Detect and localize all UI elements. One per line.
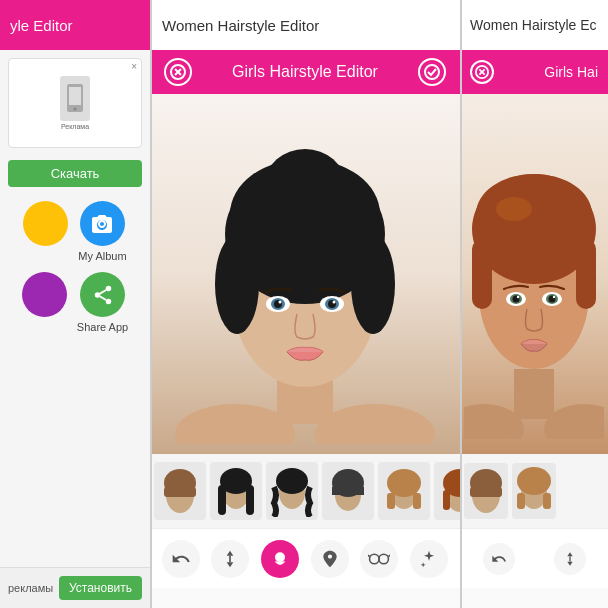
svg-rect-86 bbox=[543, 493, 551, 509]
center-face-svg bbox=[175, 104, 435, 444]
left-panel: yle Editor × Реклама Скачать bbox=[0, 0, 150, 608]
tool-hair-color[interactable] bbox=[261, 540, 299, 578]
svg-point-2 bbox=[74, 107, 77, 110]
tool-symbol1[interactable] bbox=[311, 540, 349, 578]
hair-thumb-1[interactable] bbox=[154, 462, 206, 520]
install-bar: рекламы Установить bbox=[0, 567, 150, 608]
svg-point-7 bbox=[105, 298, 111, 304]
ad-close-icon[interactable]: × bbox=[131, 61, 137, 72]
icon-item-share[interactable]: Share App bbox=[77, 272, 128, 333]
icon-item-purple bbox=[22, 272, 67, 333]
svg-point-78 bbox=[517, 296, 519, 298]
center-panel: Women Hairstyle Editor Girls Hairstyle E… bbox=[150, 0, 460, 608]
svg-point-56 bbox=[379, 554, 388, 563]
svg-point-71 bbox=[496, 197, 532, 221]
svg-rect-82 bbox=[470, 487, 502, 497]
hair-thumb-2[interactable] bbox=[210, 462, 262, 520]
svg-rect-1 bbox=[69, 87, 81, 105]
svg-point-6 bbox=[94, 292, 100, 298]
svg-line-58 bbox=[368, 555, 370, 557]
svg-point-79 bbox=[553, 296, 555, 298]
svg-line-9 bbox=[99, 289, 105, 293]
svg-point-5 bbox=[105, 285, 111, 291]
svg-point-31 bbox=[279, 301, 282, 304]
svg-rect-48 bbox=[413, 493, 421, 509]
right-subheader-title: Girls Hai bbox=[544, 64, 598, 80]
svg-point-55 bbox=[370, 554, 379, 563]
svg-point-13 bbox=[425, 65, 439, 79]
divider-left bbox=[150, 0, 152, 608]
center-subheader: Girls Hairstyle Editor bbox=[150, 50, 460, 94]
svg-rect-63 bbox=[514, 369, 554, 419]
ad-box: × Реклама bbox=[8, 58, 142, 148]
svg-point-84 bbox=[517, 467, 551, 495]
share-label: Share App bbox=[77, 321, 128, 333]
right-face-svg bbox=[464, 109, 604, 439]
icon-item-myalbum[interactable]: My Album bbox=[78, 201, 126, 262]
right-header: Women Hairstyle Ec bbox=[460, 0, 608, 50]
hair-thumb-3[interactable] bbox=[266, 462, 318, 520]
right-tool-undo[interactable] bbox=[483, 543, 515, 575]
svg-rect-53 bbox=[230, 555, 232, 562]
ad-phone-image bbox=[60, 76, 90, 121]
tool-glasses[interactable] bbox=[360, 540, 398, 578]
svg-point-32 bbox=[333, 301, 336, 304]
center-face-area bbox=[150, 94, 460, 454]
divider-right bbox=[460, 0, 462, 608]
svg-rect-39 bbox=[246, 485, 254, 515]
tool-undo[interactable] bbox=[162, 540, 200, 578]
svg-line-8 bbox=[99, 296, 105, 300]
tool-sparkle[interactable] bbox=[410, 540, 448, 578]
svg-point-4 bbox=[34, 285, 54, 305]
left-header-title: yle Editor bbox=[10, 17, 73, 34]
tool-adjust[interactable] bbox=[211, 540, 249, 578]
right-tool-row bbox=[460, 528, 608, 588]
center-close-button[interactable] bbox=[164, 58, 192, 86]
svg-rect-44 bbox=[332, 487, 364, 495]
center-hair-row bbox=[150, 454, 460, 528]
svg-point-3 bbox=[36, 214, 56, 234]
purple-icon bbox=[22, 272, 67, 317]
hair-thumb-6[interactable] bbox=[434, 462, 460, 520]
center-check-button[interactable] bbox=[418, 58, 446, 86]
yellow-icon bbox=[23, 201, 68, 246]
svg-rect-35 bbox=[164, 487, 196, 497]
svg-point-24 bbox=[265, 149, 345, 219]
right-close-button[interactable] bbox=[470, 60, 494, 84]
center-header-title: Women Hairstyle Editor bbox=[162, 17, 448, 34]
left-header: yle Editor bbox=[0, 0, 150, 50]
right-hair-thumb-2[interactable] bbox=[512, 463, 556, 519]
download-button[interactable]: Скачать bbox=[8, 160, 142, 187]
right-hair-row bbox=[460, 454, 608, 528]
icon-grid: My Album Share App bbox=[0, 191, 150, 343]
share-icon[interactable] bbox=[80, 272, 125, 317]
right-tool-adjust[interactable] bbox=[554, 543, 586, 575]
icon-item-album bbox=[23, 201, 68, 262]
right-hair-thumb-1[interactable] bbox=[464, 463, 508, 519]
svg-rect-51 bbox=[443, 490, 450, 510]
install-label: рекламы bbox=[8, 582, 53, 594]
svg-point-70 bbox=[476, 174, 592, 254]
right-header-title: Women Hairstyle Ec bbox=[470, 17, 597, 33]
svg-rect-47 bbox=[387, 493, 395, 509]
svg-rect-87 bbox=[569, 556, 570, 561]
right-panel: Women Hairstyle Ec Girls Hai bbox=[460, 0, 608, 608]
svg-point-41 bbox=[276, 468, 308, 494]
svg-rect-68 bbox=[472, 239, 492, 309]
blue-camera-icon[interactable] bbox=[80, 201, 125, 246]
ad-label: Реклама bbox=[61, 123, 89, 130]
svg-rect-38 bbox=[218, 485, 226, 515]
install-button[interactable]: Установить bbox=[59, 576, 142, 600]
svg-line-59 bbox=[389, 555, 391, 557]
hair-thumb-4[interactable] bbox=[322, 462, 374, 520]
svg-point-54 bbox=[275, 552, 285, 562]
right-subheader: Girls Hai bbox=[460, 50, 608, 94]
center-tool-row bbox=[150, 528, 460, 588]
svg-rect-85 bbox=[517, 493, 525, 509]
hair-thumb-5[interactable] bbox=[378, 462, 430, 520]
svg-point-46 bbox=[387, 469, 421, 497]
center-subheader-title: Girls Hairstyle Editor bbox=[232, 63, 378, 81]
right-face-area bbox=[460, 94, 608, 454]
svg-rect-69 bbox=[576, 239, 596, 309]
myalbum-label: My Album bbox=[78, 250, 126, 262]
